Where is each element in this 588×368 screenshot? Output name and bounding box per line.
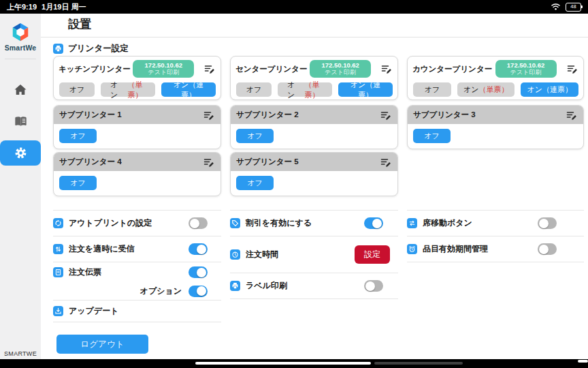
settings-column-middle: 割引を有効にする 注文時間 設定 ラベル印刷 bbox=[230, 210, 398, 299]
sidebar: SmartWe SMARTWE bbox=[0, 14, 41, 359]
logout-button[interactable]: ログアウト bbox=[56, 335, 148, 354]
sub-printer-card-1: サブプリンター 1 オフ bbox=[53, 105, 221, 149]
secondary-indicator bbox=[374, 362, 463, 365]
smartwe-cube-icon bbox=[9, 22, 32, 42]
printer-on-multi-button[interactable]: オン（連票） bbox=[161, 82, 216, 97]
sub-printer-name: サブプリンター 4 bbox=[59, 157, 122, 167]
outprint-toggle[interactable] bbox=[189, 217, 208, 229]
setting-row-update[interactable]: アップデート bbox=[53, 301, 221, 322]
printer-test-print-badge[interactable]: 172.50.10.62 テスト印刷 bbox=[310, 60, 371, 78]
sub-printer-card-4: サブプリンター 4 オフ bbox=[53, 152, 221, 196]
sync-icon bbox=[53, 218, 63, 228]
sub-printer-card-5: サブプリンター 5 オフ bbox=[230, 152, 398, 196]
printer-test-print-badge[interactable]: 172.50.10.62 テスト印刷 bbox=[495, 60, 557, 78]
sidebar-item-menu-book[interactable] bbox=[14, 116, 28, 129]
sub-printer-name: サブプリンター 5 bbox=[236, 157, 299, 167]
brand-name: SmartWe bbox=[5, 44, 37, 52]
printer-off-button[interactable]: オフ bbox=[413, 82, 451, 97]
seat-move-toggle[interactable] bbox=[538, 217, 557, 229]
setting-row-outprint: アウトプリントの設定 bbox=[53, 211, 221, 236]
printer-settings-header: プリンター設定 bbox=[53, 43, 129, 55]
edit-printer-button[interactable] bbox=[380, 157, 392, 167]
edit-icon bbox=[203, 64, 216, 74]
main-content: 設置 プリンター設定 キッチンプリンター 172.50.10.62 テスト印刷 bbox=[41, 14, 588, 359]
edit-printer-button[interactable] bbox=[380, 110, 392, 120]
sub-printer-card-3: サブプリンター 3 オフ bbox=[407, 105, 584, 149]
title-divider bbox=[41, 37, 588, 37]
status-bar: 上午9:19 1月19日 周一 48 bbox=[0, 0, 588, 14]
sub-printer-cards-row2: サブプリンター 4 オフ サブプリンター 5 オフ bbox=[53, 152, 398, 196]
edit-printer-button[interactable] bbox=[566, 64, 578, 74]
wifi-icon bbox=[551, 1, 561, 13]
home-icon bbox=[14, 84, 27, 95]
sub-printer-name: サブプリンター 1 bbox=[59, 110, 122, 120]
printer-test-print-badge[interactable]: 172.50.10.62 テスト印刷 bbox=[133, 60, 194, 78]
sub-printer-off-button[interactable]: オフ bbox=[236, 129, 274, 143]
option-toggle[interactable] bbox=[189, 286, 208, 297]
printer-on-single-button[interactable]: オン（単票） bbox=[457, 82, 515, 97]
settings-toggles: アウトプリントの設定 注文を適時に受信 注文伝票 bbox=[53, 210, 584, 354]
printer-on-single-button[interactable]: オン（単票） bbox=[278, 82, 332, 97]
sub-printer-name: サブプリンター 3 bbox=[413, 110, 476, 120]
order-slip-toggle[interactable] bbox=[189, 266, 208, 278]
edit-printer-button[interactable] bbox=[203, 110, 215, 120]
edit-icon bbox=[380, 64, 393, 74]
battery-icon: 48 bbox=[566, 3, 581, 12]
printer-icon bbox=[53, 44, 63, 54]
edit-printer-button[interactable] bbox=[566, 110, 578, 120]
edit-printer-button[interactable] bbox=[380, 64, 393, 74]
alarm-clock-icon bbox=[407, 244, 417, 254]
printer-name: キッチンプリンター bbox=[59, 64, 131, 74]
setting-row-receive-orders: 注文を適時に受信 bbox=[53, 236, 221, 262]
sidebar-footer-brand: SMARTWE bbox=[4, 350, 37, 357]
item-validity-toggle[interactable] bbox=[538, 243, 557, 255]
sub-printer-off-button[interactable]: オフ bbox=[413, 129, 451, 143]
bottom-bar bbox=[0, 359, 588, 368]
sub-printer-card-2: サブプリンター 2 オフ bbox=[230, 105, 398, 149]
edit-icon bbox=[203, 110, 215, 120]
printer-on-single-button[interactable]: オン（単票） bbox=[101, 82, 155, 97]
home-indicator[interactable] bbox=[195, 362, 371, 365]
gear-icon bbox=[14, 146, 28, 160]
printer-name: カウンタープリンター bbox=[412, 64, 492, 74]
clock-time: 上午9:19 bbox=[7, 2, 37, 12]
edit-printer-button[interactable] bbox=[203, 157, 215, 167]
sub-printer-off-button[interactable]: オフ bbox=[59, 176, 97, 190]
edit-icon bbox=[380, 157, 392, 167]
settings-screen: 上午9:19 1月19日 周一 48 SmartWe bbox=[0, 0, 588, 368]
printer-card-center: センタープリンター 172.50.10.62 テスト印刷 オフ オン（単票） オ… bbox=[230, 56, 398, 100]
seat-move-icon bbox=[407, 218, 417, 228]
label-printer-icon bbox=[230, 281, 240, 291]
page-title: 設置 bbox=[68, 16, 91, 32]
edit-printer-button[interactable] bbox=[203, 64, 216, 74]
printer-name: センタープリンター bbox=[235, 64, 307, 74]
order-time-settings-button[interactable]: 設定 bbox=[355, 245, 390, 264]
printer-card-kitchen: キッチンプリンター 172.50.10.62 テスト印刷 オフ オン（単票） オ… bbox=[53, 56, 221, 100]
setting-row-order-slip: 注文伝票 bbox=[53, 262, 221, 282]
printer-off-button[interactable]: オフ bbox=[59, 82, 95, 97]
sidebar-item-settings-active[interactable] bbox=[0, 140, 41, 166]
brand-logo: SmartWe bbox=[5, 22, 37, 52]
clock-date: 1月19日 周一 bbox=[42, 2, 86, 12]
sidebar-item-home[interactable] bbox=[14, 84, 27, 98]
printer-on-multi-button[interactable]: オン（連票） bbox=[521, 82, 578, 97]
book-icon bbox=[14, 116, 28, 127]
setting-row-label-print: ラベル印刷 bbox=[230, 273, 398, 299]
printer-card-counter: カウンタープリンター 172.50.10.62 テスト印刷 オフ オン（単票） … bbox=[407, 56, 584, 100]
sub-printer-cards-row1: サブプリンター 1 オフ サブプリンター 2 オフ サブプリ bbox=[53, 105, 584, 149]
receive-orders-toggle[interactable] bbox=[189, 243, 208, 255]
printer-on-multi-button[interactable]: オン（連票） bbox=[338, 82, 393, 97]
printer-off-button[interactable]: オフ bbox=[236, 82, 272, 97]
edit-icon bbox=[566, 110, 578, 120]
updown-arrows-icon bbox=[53, 244, 63, 254]
sub-printer-off-button[interactable]: オフ bbox=[236, 176, 274, 190]
sub-printer-name: サブプリンター 2 bbox=[236, 110, 299, 120]
settings-column-right: 席移動ボタン 品目有効期間管理 bbox=[407, 210, 584, 262]
corner-dash bbox=[578, 360, 588, 363]
sub-printer-off-button[interactable]: オフ bbox=[59, 129, 97, 143]
download-icon bbox=[53, 306, 63, 316]
label-print-toggle[interactable] bbox=[364, 280, 383, 292]
discount-toggle[interactable] bbox=[364, 217, 383, 229]
setting-row-seat-move: 席移動ボタン bbox=[407, 211, 584, 236]
printer-settings-label: プリンター設定 bbox=[68, 43, 129, 55]
